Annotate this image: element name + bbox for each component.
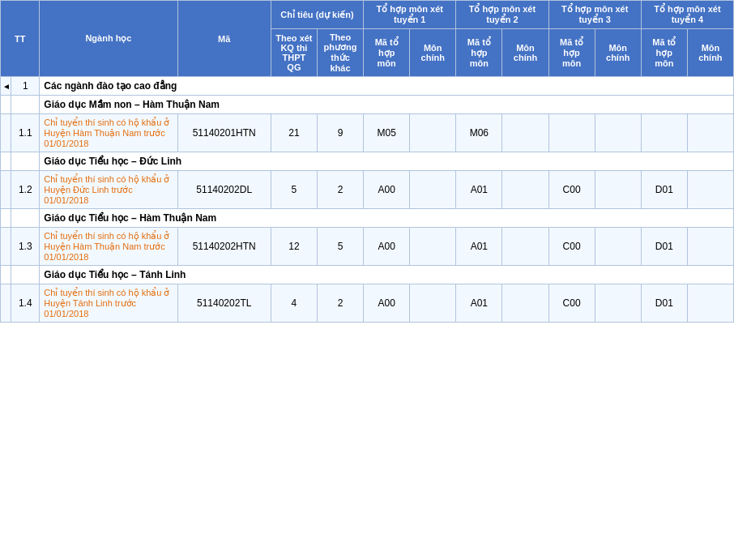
row-to1-mon — [410, 114, 456, 152]
row-to3-ma: C00 — [548, 171, 595, 209]
row-to3-ma: C00 — [548, 228, 595, 266]
table-row: Giáo dục Tiểu học – Đức Linh — [1, 152, 734, 171]
row-nganh-name: Giáo dục Tiểu học – Tánh Linh — [40, 266, 734, 284]
header-chi-tieu: Chỉ tiêu (dự kiến) — [271, 1, 363, 29]
row-to3-mon — [595, 171, 641, 209]
row-to1-ma: M05 — [364, 114, 410, 152]
row-theo-pp: 9 — [317, 114, 363, 152]
table-row: Giáo dục Mầm non – Hàm Thuận Nam — [1, 96, 734, 114]
row-to2-mon — [502, 228, 548, 266]
row-arrow — [1, 171, 11, 209]
header-theo-kq: Theo xét KQ thi THPT QG — [271, 29, 317, 77]
row-to4-ma — [641, 114, 687, 152]
row-theo-kq: 4 — [271, 284, 317, 323]
row-arrow — [1, 209, 11, 228]
table-row: 1.1Chỉ tuyển thí sinh có hộ khẩu ở Huyện… — [1, 114, 734, 152]
row-tt — [11, 266, 40, 284]
row-to1-mon — [410, 228, 456, 266]
row-nganh-name: Giáo dục Tiểu học – Hàm Thuận Nam — [40, 209, 734, 228]
row-to1-mon — [410, 171, 456, 209]
row-to3-mon — [595, 114, 641, 152]
row-to4-ma: D01 — [641, 171, 687, 209]
row-to1-ma: A00 — [364, 228, 410, 266]
header-to1-ma: Mã tổ hợp môn — [364, 29, 410, 77]
table-row: Giáo dục Tiểu học – Hàm Thuận Nam — [1, 209, 734, 228]
row-to4-mon — [687, 284, 733, 323]
row-theo-pp: 2 — [317, 171, 363, 209]
row-tt: 1.4 — [11, 284, 40, 323]
row-to3-ma: C00 — [548, 284, 595, 323]
row-condition-text: Chỉ tuyển thí sinh có hộ khẩu ở Huyện Tá… — [40, 284, 177, 323]
row-theo-kq: 5 — [271, 171, 317, 209]
row-to1-mon — [410, 284, 456, 323]
header-to4-mon: Môn chính — [687, 29, 733, 77]
header-to-hop-1: Tổ hợp môn xét tuyển 1 — [364, 1, 456, 29]
header-to2-ma: Mã tổ hợp môn — [456, 29, 502, 77]
row-to3-mon — [595, 228, 641, 266]
main-table-container: TT Ngành học Mã Chỉ tiêu (dự kiến) Tổ hợ… — [0, 0, 734, 323]
row-to2-mon — [502, 171, 548, 209]
row-theo-pp: 5 — [317, 228, 363, 266]
header-theo-pp: Theo phương thức khác — [317, 29, 363, 77]
row-to3-ma — [548, 114, 595, 152]
table-row: 1.4Chỉ tuyển thí sinh có hộ khẩu ở Huyện… — [1, 284, 734, 323]
row-tt — [11, 152, 40, 171]
row-to4-mon — [687, 228, 733, 266]
header-nganh-hoc: Ngành học — [40, 1, 177, 77]
row-tt — [11, 96, 40, 114]
admission-table: TT Ngành học Mã Chỉ tiêu (dự kiến) Tổ hợ… — [0, 0, 734, 323]
row-to1-ma: A00 — [364, 171, 410, 209]
row-arrow — [1, 96, 11, 114]
row-to2-ma: M06 — [456, 114, 502, 152]
row-tt: 1 — [11, 77, 40, 96]
header-to3-ma: Mã tổ hợp môn — [548, 29, 595, 77]
row-condition-text: Chỉ tuyển thí sinh có hộ khẩu ở Huyện Đứ… — [40, 171, 177, 209]
row-ma: 51140202HTN — [177, 228, 271, 266]
row-condition-text: Chỉ tuyển thí sinh có hộ khẩu ở Huyện Hà… — [40, 114, 177, 152]
row-ma: 51140201HTN — [177, 114, 271, 152]
row-arrow — [1, 152, 11, 171]
table-row: Giáo dục Tiểu học – Tánh Linh — [1, 266, 734, 284]
row-arrow — [1, 284, 11, 323]
row-theo-kq: 21 — [271, 114, 317, 152]
header-to3-mon: Môn chính — [595, 29, 641, 77]
row-to4-mon — [687, 171, 733, 209]
header-to2-mon: Môn chính — [502, 29, 548, 77]
header-ma: Mã — [177, 1, 271, 77]
row-tt: 1.3 — [11, 228, 40, 266]
header-to-hop-4: Tổ hợp môn xét tuyển 4 — [641, 1, 733, 29]
row-arrow — [1, 266, 11, 284]
row-theo-pp: 2 — [317, 284, 363, 323]
header-tt: TT — [1, 1, 40, 77]
table-row: ◄1Các ngành đào tạo cao đẳng — [1, 77, 734, 96]
row-to2-mon — [502, 114, 548, 152]
row-to2-ma: A01 — [456, 284, 502, 323]
row-to2-ma: A01 — [456, 171, 502, 209]
row-to2-mon — [502, 284, 548, 323]
row-tt: 1.1 — [11, 114, 40, 152]
row-arrow — [1, 114, 11, 152]
row-to3-mon — [595, 284, 641, 323]
row-nganh-name: Giáo dục Mầm non – Hàm Thuận Nam — [40, 96, 734, 114]
row-to4-ma: D01 — [641, 228, 687, 266]
row-tt: 1.2 — [11, 171, 40, 209]
row-to4-ma: D01 — [641, 284, 687, 323]
table-row: 1.3Chỉ tuyển thí sinh có hộ khẩu ở Huyện… — [1, 228, 734, 266]
row-ma: 51140202DL — [177, 171, 271, 209]
header-to1-mon: Môn chính — [410, 29, 456, 77]
row-tt — [11, 209, 40, 228]
row-nganh-hoc: Các ngành đào tạo cao đẳng — [40, 77, 734, 96]
table-row: 1.2Chỉ tuyển thí sinh có hộ khẩu ở Huyện… — [1, 171, 734, 209]
row-to2-ma: A01 — [456, 228, 502, 266]
row-condition-text: Chỉ tuyển thí sinh có hộ khẩu ở Huyện Hà… — [40, 228, 177, 266]
row-ma: 51140202TL — [177, 284, 271, 323]
row-arrow — [1, 228, 11, 266]
row-nganh-name: Giáo dục Tiểu học – Đức Linh — [40, 152, 734, 171]
header-to4-ma: Mã tổ hợp môn — [641, 29, 687, 77]
row-theo-kq: 12 — [271, 228, 317, 266]
row-to1-ma: A00 — [364, 284, 410, 323]
header-to-hop-2: Tổ hợp môn xét tuyển 2 — [456, 1, 548, 29]
row-to4-mon — [687, 114, 733, 152]
header-to-hop-3: Tổ hợp môn xét tuyển 3 — [548, 1, 641, 29]
row-arrow: ◄ — [1, 77, 11, 96]
